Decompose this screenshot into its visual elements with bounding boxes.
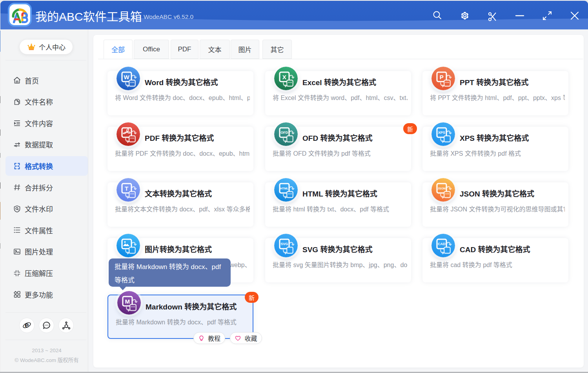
svg-text:OFD: OFD — [280, 131, 288, 135]
svg-text:T: T — [125, 185, 128, 192]
svg-text:W: W — [124, 74, 130, 80]
svg-text:JSON: JSON — [437, 187, 446, 190]
svg-text:SVG: SVG — [280, 242, 288, 246]
svg-text:CAD: CAD — [438, 242, 446, 246]
svg-text:P: P — [440, 74, 444, 80]
svg-text:X: X — [282, 74, 286, 80]
svg-text:M: M — [125, 298, 130, 305]
svg-text:XPS: XPS — [438, 131, 445, 135]
svg-text:HTML: HTML — [280, 187, 288, 190]
